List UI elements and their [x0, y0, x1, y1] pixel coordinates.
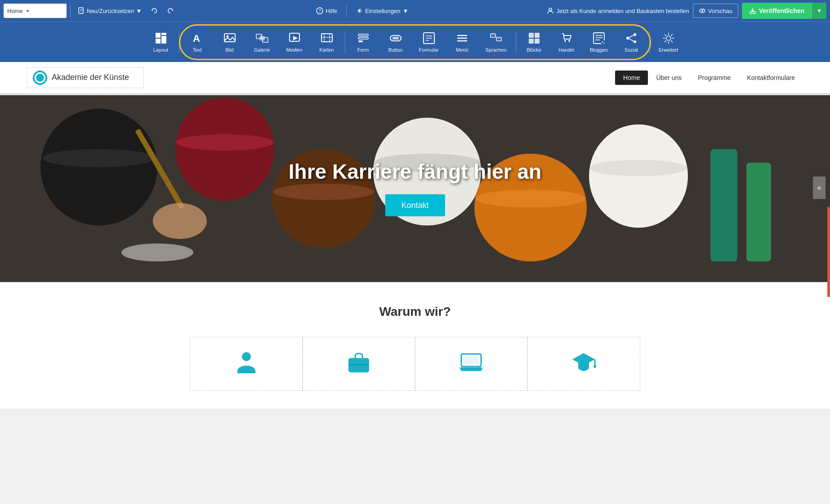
top-bar: Home ▼ Neu/Zurücksetzen ▼ ? Hilfe Einste…	[0, 0, 830, 22]
einstellungen-label: Einstellungen	[365, 8, 400, 14]
toolbar-item-menu[interactable]: Menü	[446, 24, 478, 60]
svg-point-73	[153, 203, 207, 239]
svg-point-69	[590, 160, 687, 176]
why-title: Warum wir?	[0, 305, 830, 319]
page-selector[interactable]: Home ▼	[4, 4, 67, 18]
hilfe-label: Hilfe	[326, 8, 337, 14]
toolbar-item-medien[interactable]: Medien	[278, 24, 311, 60]
svg-rect-21	[321, 34, 332, 42]
site-logo[interactable]: Akademie der Künste	[27, 67, 144, 88]
nav-item-home[interactable]: Home	[615, 71, 648, 85]
nav-item-kontaktformulare[interactable]: Kontaktformulare	[739, 71, 803, 85]
redo-button[interactable]	[163, 4, 178, 18]
publish-dropdown-button[interactable]: ▼	[812, 3, 826, 19]
sep-3	[516, 31, 516, 53]
toolbar-item-formular[interactable]: Formular	[412, 24, 446, 60]
toolbar-item-sozial[interactable]: Sozial	[615, 24, 647, 60]
toolbar-label-form: Form	[357, 47, 369, 53]
toolbar-label-menu: Menü	[456, 47, 469, 53]
undo-button[interactable]	[147, 4, 161, 18]
website-frame: Akademie der Künste Home Über uns Progra…	[0, 62, 830, 409]
toolbar-item-layout[interactable]: Layout	[145, 24, 177, 60]
undo-icon	[151, 7, 158, 14]
page-selector-arrow: ▼	[26, 9, 30, 13]
toolbar-label-sprachen: Sprachen	[486, 47, 507, 53]
hero-cta-button[interactable]: Kontakt	[385, 195, 445, 217]
toolbar-label-bloecke: Blöcke	[527, 47, 541, 53]
toolbar-item-text[interactable]: A Text	[181, 24, 214, 60]
why-card-person[interactable]	[190, 337, 303, 391]
nav-item-programme[interactable]: Programme	[690, 71, 739, 85]
svg-text:+: +	[602, 40, 604, 44]
toolbar-item-form[interactable]: Form	[347, 24, 379, 60]
toolbar-item-handel[interactable]: Handel	[550, 24, 583, 60]
login-label: Jetzt als Kunde anmelden und Baukasten b…	[556, 8, 689, 14]
login-icon	[547, 7, 554, 14]
svg-point-83	[593, 365, 596, 368]
layout-icon	[155, 32, 167, 44]
einstellungen-button[interactable]: Einstellungen ▼	[356, 7, 408, 14]
svg-line-54	[628, 35, 635, 38]
nav-item-ueber-uns[interactable]: Über uns	[648, 71, 690, 85]
why-card-briefcase[interactable]	[302, 337, 415, 391]
einstellungen-arrow: ▼	[402, 8, 408, 14]
neu-btn-arrow: ▼	[136, 8, 142, 14]
button-icon	[389, 32, 402, 44]
svg-rect-80	[463, 355, 479, 365]
svg-line-55	[628, 38, 635, 42]
svg-rect-10	[161, 33, 166, 35]
svg-point-7	[701, 10, 703, 12]
toolbar-label-medien: Medien	[286, 47, 303, 53]
top-bar-left: Home ▼ Neu/Zurücksetzen ▼	[4, 4, 178, 18]
right-edge-indicator	[827, 207, 830, 297]
toolbar-item-bloggen[interactable]: + Bloggen	[583, 24, 615, 60]
preview-button[interactable]: Vorschau	[693, 4, 738, 18]
logo-icon-inner	[35, 72, 45, 83]
medien-icon	[288, 32, 301, 44]
toolbar-item-erweitert[interactable]: Erweitert	[652, 24, 685, 60]
toolbar-item-bloecke[interactable]: Blöcke	[518, 24, 550, 60]
svg-rect-14	[224, 34, 235, 42]
toolbar-item-sprachen[interactable]: Sprachen	[478, 24, 514, 60]
logo-text: Akademie der Künste	[52, 73, 129, 82]
sozial-icon	[625, 32, 638, 44]
publish-icon	[749, 7, 756, 14]
toolbar: Layout A Text Bild Galerie Medien Karten	[0, 22, 830, 62]
hero-chevron-button[interactable]: «	[813, 177, 826, 199]
login-button[interactable]: Jetzt als Kunde anmelden und Baukasten b…	[547, 7, 689, 14]
publish-button[interactable]: Veröffentlichen	[742, 3, 812, 19]
bloecke-icon	[528, 32, 540, 44]
svg-rect-40	[535, 33, 540, 38]
chevron-left-icon: «	[817, 184, 821, 192]
svg-rect-8	[750, 12, 755, 13]
toolbar-item-galerie[interactable]: Galerie	[246, 24, 278, 60]
svg-point-59	[43, 149, 155, 167]
toolbar-item-button[interactable]: Button	[379, 24, 412, 60]
bloggen-icon: +	[593, 32, 605, 44]
toolbar-item-karten[interactable]: Karten	[311, 24, 343, 60]
why-card-graduation[interactable]	[527, 337, 640, 391]
page-selector-label: Home	[7, 8, 23, 14]
neu-zuruecksetzen-button[interactable]: Neu/Zurücksetzen ▼	[74, 4, 145, 18]
svg-rect-22	[358, 34, 368, 36]
why-section: Warum wir?	[0, 282, 830, 409]
toolbar-label-erweitert: Erweitert	[659, 47, 678, 53]
toolbar-label-button: Button	[388, 47, 403, 53]
publish-btn-group: Veröffentlichen ▼	[742, 3, 826, 19]
sprachen-icon	[490, 32, 502, 44]
svg-rect-39	[529, 33, 534, 38]
hilfe-button[interactable]: ? Hilfe	[316, 7, 337, 14]
toolbar-label-text: Text	[192, 47, 201, 53]
divider-2	[346, 4, 347, 17]
svg-rect-41	[529, 39, 534, 44]
divider-1	[70, 4, 71, 17]
menu-icon	[456, 32, 469, 44]
toolbar-item-bild[interactable]: Bild	[214, 24, 246, 60]
laptop-icon	[455, 346, 487, 378]
erweitert-icon	[662, 32, 675, 44]
toolbar-label-layout: Layout	[153, 47, 168, 53]
top-bar-right: Jetzt als Kunde anmelden und Baukasten b…	[547, 3, 826, 19]
toolbar-label-bloggen: Bloggen	[590, 47, 608, 53]
why-card-laptop[interactable]	[415, 337, 528, 391]
sep-4	[649, 31, 650, 53]
